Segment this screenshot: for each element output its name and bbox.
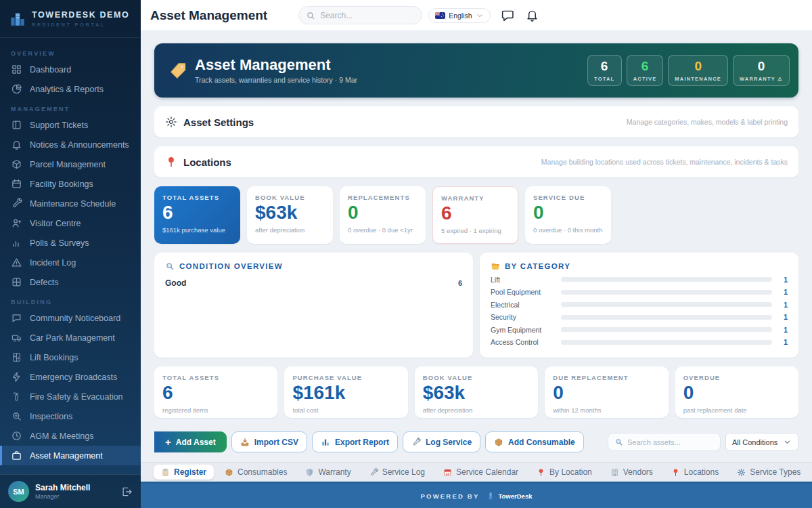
chart-row-gym-equipment: Gym Equipment1 xyxy=(491,326,788,334)
brand: TOWERDESK DEMO RESIDENT PORTAL xyxy=(0,0,141,38)
tab-warranty[interactable]: Warranty xyxy=(298,465,358,480)
export-report-button[interactable]: Export Report xyxy=(312,431,398,452)
shield-icon xyxy=(305,468,314,477)
bell-icon xyxy=(11,139,22,150)
kpi-row-bottom: TOTAL ASSETS6registered itemsPURCHASE VA… xyxy=(154,366,798,418)
box-icon xyxy=(11,158,22,170)
kpi-book-value: BOOK VALUE$63kafter depreciation xyxy=(247,186,333,244)
add-consumable-button[interactable]: Add Consumable xyxy=(485,431,584,452)
tray-icon xyxy=(240,438,250,447)
sidebar-item-facility-bookings[interactable]: Facility Bookings xyxy=(0,174,141,194)
kpi-warranty: WARRANTY65 expired · 1 expiring xyxy=(432,186,518,244)
sidebar-item-asset-management[interactable]: Asset Management xyxy=(0,446,141,465)
sidebar-item-incident-log[interactable]: Incident Log xyxy=(0,253,141,272)
hero-stats: 6TOTAL6ACTIVE0MAINTENANCE0WARRANTY ⚠ xyxy=(587,55,790,86)
chart-row-good: Good6 xyxy=(165,278,462,288)
package-icon xyxy=(494,438,503,447)
sidebar-item-car-park-management[interactable]: Car Park Management xyxy=(0,328,141,347)
chart-row-security: Security1 xyxy=(491,313,788,321)
hero-stat-maintenance: 0MAINTENANCE xyxy=(668,55,728,86)
grid-icon xyxy=(11,64,22,75)
chart-row-access-control: Access Control1 xyxy=(491,338,788,346)
tab-service-log[interactable]: Service Log xyxy=(362,465,432,480)
tab-service-types[interactable]: Service Types xyxy=(729,465,808,480)
sidebar-item-fire-safety-evacuation[interactable]: Fire Safety & Evacuation xyxy=(0,387,141,406)
locations-hint: Manage building locations used across ti… xyxy=(541,158,788,166)
truck-icon xyxy=(11,332,22,343)
pie-icon xyxy=(11,83,22,95)
sidebar-item-polls-surveys[interactable]: Polls & Surveys xyxy=(0,233,141,253)
gearblue-icon xyxy=(737,468,746,477)
sidebar-item-defects[interactable]: Defects xyxy=(0,272,141,292)
tab-register[interactable]: Register xyxy=(154,465,214,480)
wrench-icon xyxy=(11,198,22,209)
tab-consumables[interactable]: Consumables xyxy=(217,465,294,480)
nav-section-overview: OVERVIEW xyxy=(0,43,141,60)
nav-section-building: BUILDING xyxy=(0,292,141,308)
kpi-book-value: BOOK VALUE$63kafter depreciation xyxy=(415,366,538,418)
brand-subtitle: RESIDENT PORTAL xyxy=(32,22,129,28)
sidebar-item-dashboard[interactable]: Dashboard xyxy=(0,60,141,79)
global-search[interactable] xyxy=(298,6,422,24)
pin-icon xyxy=(537,468,545,477)
user-panel: SM Sarah Mitchell Manager xyxy=(0,474,141,508)
tab-by-location[interactable]: By Location xyxy=(529,465,600,480)
language-label: English xyxy=(449,12,472,20)
tab-vendors[interactable]: Vendors xyxy=(603,465,660,480)
magnifier-icon xyxy=(165,261,175,271)
briefcase-icon xyxy=(11,450,22,461)
asset-search-input[interactable] xyxy=(627,438,714,446)
locations-card[interactable]: Locations Manage building locations used… xyxy=(154,146,798,177)
import-csv-button[interactable]: Import CSV xyxy=(231,431,307,452)
cal17-icon: 17 xyxy=(443,468,452,477)
kpi-service-due: SERVICE DUE00 overdue · 0 this month xyxy=(525,186,611,244)
search-assets-icon xyxy=(614,438,623,446)
app-root: TOWERDESK DEMO RESIDENT PORTAL OVERVIEWD… xyxy=(0,0,812,508)
towerdesk-logo-icon xyxy=(486,491,495,501)
defects-icon xyxy=(11,276,22,288)
calendar-icon xyxy=(11,178,22,190)
condition-overview-card: CONDITION OVERVIEW Good6 xyxy=(154,253,473,358)
pin-icon xyxy=(671,468,680,477)
logout-icon[interactable] xyxy=(120,486,133,498)
messages-icon[interactable] xyxy=(501,8,515,22)
log-service-button[interactable]: Log Service xyxy=(403,431,480,452)
condition-filter[interactable]: All Conditions xyxy=(725,433,798,451)
by-category-title: BY CATEGORY xyxy=(505,262,570,270)
add-asset-button[interactable]: + Add Asset xyxy=(154,431,227,452)
condition-overview-title: CONDITION OVERVIEW xyxy=(179,262,283,270)
language-selector[interactable]: English xyxy=(428,8,490,23)
tab-locations[interactable]: Locations xyxy=(664,465,726,480)
ext-icon xyxy=(11,391,22,402)
sidebar-item-maintenance-schedule[interactable]: Maintenance Schedule xyxy=(0,194,141,213)
towerdesk-logo-icon xyxy=(9,10,26,28)
notifications-icon[interactable] xyxy=(525,8,539,22)
wrench2-icon xyxy=(369,468,378,477)
sidebar-item-notices-announcements[interactable]: Notices & Announcements xyxy=(0,135,141,154)
sidebar-item-lift-bookings[interactable]: Lift Bookings xyxy=(0,347,141,367)
global-search-input[interactable] xyxy=(320,11,415,20)
sidebar-item-community-noticeboard[interactable]: Community Noticeboard xyxy=(0,308,141,328)
pin-icon xyxy=(165,156,177,168)
sidebar-item-analytics-reports[interactable]: Analytics & Reports xyxy=(0,79,141,99)
sidebar-nav: OVERVIEWDashboardAnalytics & ReportsMANA… xyxy=(0,38,141,474)
add-asset-label: Add Asset xyxy=(176,438,216,447)
chevron-down-icon xyxy=(476,12,484,20)
sidebar-item-visitor-centre[interactable]: Visitor Centre xyxy=(0,213,141,233)
sidebar-item-inspections[interactable]: Inspections xyxy=(0,406,141,426)
sidebar-item-support-tickets[interactable]: Support Tickets xyxy=(0,115,141,135)
asset-search[interactable] xyxy=(608,433,721,451)
sidebar-item-agm-meetings[interactable]: AGM & Meetings xyxy=(0,426,141,446)
asset-settings-card[interactable]: Asset Settings Manage categories, makes,… xyxy=(154,106,798,137)
brand-title: TOWERDESK DEMO xyxy=(32,10,129,20)
australia-flag-icon xyxy=(435,12,445,19)
sidebar-item-parcel-management[interactable]: Parcel Management xyxy=(0,154,141,174)
page-title: Asset Management xyxy=(150,8,267,23)
tab-service-calendar[interactable]: 17Service Calendar xyxy=(436,465,526,480)
kpi-row-top: TOTAL ASSETS6$161k purchase valueBOOK VA… xyxy=(154,186,798,244)
hero-title: Asset Management xyxy=(195,57,357,73)
sidebar-item-emergency-broadcasts[interactable]: Emergency Broadcasts xyxy=(0,367,141,387)
hero-stat-active: 6ACTIVE xyxy=(627,55,664,86)
tab-bar: RegisterConsumablesWarrantyService Log17… xyxy=(141,462,812,482)
gear-icon xyxy=(165,116,177,128)
